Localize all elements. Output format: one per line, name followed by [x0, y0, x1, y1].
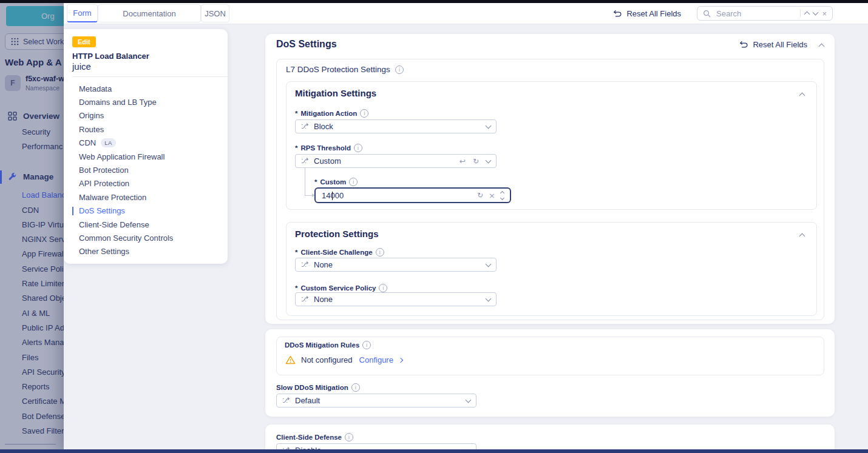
form-nav-label: API Protection — [79, 179, 129, 188]
form-nav-item-api-protection[interactable]: API Protection — [64, 177, 228, 190]
select-workspace-button[interactable]: Select Works — [5, 33, 64, 50]
tab-form[interactable]: Form — [67, 4, 98, 22]
info-icon[interactable]: i — [376, 248, 384, 257]
sidebar-item-alerts[interactable]: Alerts Mana — [0, 335, 64, 350]
sidebar-item-label: Performanc — [22, 142, 63, 151]
search-prev-icon[interactable] — [804, 12, 810, 18]
custom-service-policy-select[interactable]: None — [295, 292, 497, 306]
sidebar-item-overview[interactable]: Overview — [0, 107, 64, 124]
form-nav-item-client-side-defense[interactable]: Client-Side Defense — [64, 218, 228, 231]
sidebar-item-cdn[interactable]: CDN — [0, 203, 64, 217]
panel-collapse-icon[interactable] — [819, 44, 825, 50]
sidebar-item-load-balancers[interactable]: Load Balanc — [0, 188, 64, 203]
sidebar-item-manage[interactable]: Manage — [0, 169, 64, 186]
sidebar-item-rate-limiter[interactable]: Rate Limiter — [0, 276, 64, 290]
form-nav-item-origins[interactable]: Origins — [64, 109, 228, 122]
required-marker: * — [295, 249, 297, 256]
namespace-selector[interactable]: F f5xc-waf-w Namespace — [5, 75, 64, 92]
info-icon[interactable]: i — [362, 341, 371, 349]
info-icon[interactable]: i — [360, 109, 368, 118]
sidebar-item-saved-filters[interactable]: Saved Filter — [0, 423, 64, 438]
not-configured-text: Not configured — [301, 355, 353, 364]
l7-ddos-section: L7 DDoS Protection Settings i Mitigation… — [276, 59, 824, 320]
refresh-icon[interactable]: ↻ — [473, 157, 479, 166]
form-nav-item-domains[interactable]: Domains and LB Type — [64, 95, 228, 109]
sidebar-item-files[interactable]: Files — [0, 350, 64, 364]
info-icon[interactable]: i — [395, 65, 404, 74]
form-nav-card: Edit HTTP Load Balancer juice Metadata D… — [64, 29, 228, 264]
sidebar-item-label: Load Balanc — [22, 190, 64, 200]
refresh-icon[interactable]: ↻ — [477, 191, 483, 200]
tab-json[interactable]: JSON — [201, 4, 229, 22]
tab-documentation[interactable]: Documentation — [98, 4, 201, 22]
sidebar-item-label: Files — [22, 353, 38, 362]
client-side-challenge-select[interactable]: None — [295, 258, 497, 272]
sidebar-item-label: API Security — [22, 367, 64, 377]
form-nav-item-routes[interactable]: Routes — [64, 122, 228, 136]
number-stepper[interactable] — [501, 192, 504, 200]
sidebar-item-nginx[interactable]: NGINX Serv — [0, 232, 64, 246]
dos-reset-all-fields-button[interactable]: Reset All Fields — [739, 40, 807, 49]
reset-all-fields-button[interactable]: Reset All Fields — [613, 9, 681, 18]
form-nav-label: Routes — [79, 125, 104, 134]
sidebar-item-public-ip[interactable]: Public IP Ad — [0, 320, 64, 335]
slow-ddos-mitigation-select[interactable]: Default — [276, 394, 476, 408]
client-side-defense-panel: Client-Side Defense i Disable — [265, 424, 835, 453]
top-system-bar — [0, 0, 868, 3]
info-icon[interactable]: i — [379, 284, 387, 292]
info-icon[interactable]: i — [351, 383, 360, 392]
namespace-name: f5xc-waf-w — [25, 75, 64, 83]
step-down-icon[interactable] — [500, 195, 504, 200]
sidebar-item-bigip[interactable]: BIG-IP Virtu — [0, 217, 64, 232]
step-up-icon[interactable] — [500, 190, 504, 195]
sidebar-item-shared-objects[interactable]: Shared Obje — [0, 291, 64, 306]
sidebar-item-service-policies[interactable]: Service Poli — [0, 261, 64, 276]
mitigation-action-label: * Mitigation Action i — [295, 109, 368, 118]
configure-link[interactable]: Configure — [359, 355, 393, 364]
app-root: Org Select Works Web App & A F f5xc-waf-… — [0, 0, 868, 453]
clear-icon[interactable]: × — [489, 192, 495, 200]
nested-connector-line — [305, 168, 305, 195]
object-type-label: HTTP Load Balancer — [72, 52, 149, 61]
sidebar-item-ai-ml[interactable]: AI & ML — [0, 306, 64, 320]
form-nav-item-bot-protection[interactable]: Bot Protection — [64, 163, 228, 176]
form-nav-item-other-settings[interactable]: Other Settings — [64, 245, 228, 258]
mitigation-action-value: Block — [314, 122, 481, 131]
sidebar-item-bot-defense[interactable]: Bot Defense — [0, 409, 64, 423]
search-close-icon[interactable]: × — [822, 10, 827, 18]
sidebar-item-security[interactable]: Security — [0, 124, 64, 139]
sidebar-item-reports[interactable]: Reports — [0, 379, 64, 394]
undo-icon[interactable]: ↩ — [459, 157, 466, 166]
info-icon[interactable]: i — [349, 178, 358, 186]
undo-icon — [613, 10, 622, 18]
org-button[interactable]: Org — [6, 6, 64, 26]
form-nav-item-cdn[interactable]: CDN LA — [64, 136, 228, 150]
rps-threshold-select[interactable]: Custom ↩ ↻ — [295, 154, 497, 168]
form-nav-item-malware-protection[interactable]: Malware Protection — [64, 190, 228, 204]
sidebar-item-performance[interactable]: Performanc — [0, 139, 64, 153]
info-icon[interactable]: i — [345, 433, 353, 441]
form-nav-item-common-security[interactable]: Common Security Controls — [64, 231, 228, 244]
mitigation-action-select[interactable]: Block — [295, 119, 497, 133]
form-nav-item-dos-settings[interactable]: DoS Settings — [64, 204, 228, 218]
custom-rps-input[interactable]: 14000 ↻ × — [314, 187, 511, 203]
sidebar-item-certificates[interactable]: Certificate M — [0, 394, 64, 409]
search-box: × — [697, 6, 833, 21]
form-nav-label: Metadata — [79, 84, 112, 93]
sidebar-item-api-security[interactable]: API Security — [0, 364, 64, 379]
form-nav-label: Domains and LB Type — [79, 98, 157, 107]
oneof-icon — [301, 157, 309, 165]
sidebar-item-app-firewall[interactable]: App Firewal — [0, 247, 64, 261]
chevron-down-icon — [486, 157, 492, 163]
search-input[interactable] — [715, 8, 796, 19]
card-collapse-icon[interactable] — [799, 233, 805, 240]
custom-service-policy-value: None — [314, 295, 481, 304]
form-nav-item-metadata[interactable]: Metadata — [64, 82, 228, 95]
form-nav-item-waf[interactable]: Web Application Firewall — [64, 150, 228, 163]
chevron-right-icon[interactable] — [398, 357, 403, 362]
form-nav-label: Web Application Firewall — [79, 152, 164, 161]
card-collapse-icon[interactable] — [799, 93, 805, 99]
info-icon[interactable]: i — [354, 144, 362, 152]
oneof-icon — [301, 261, 309, 269]
search-next-icon[interactable] — [813, 10, 819, 16]
